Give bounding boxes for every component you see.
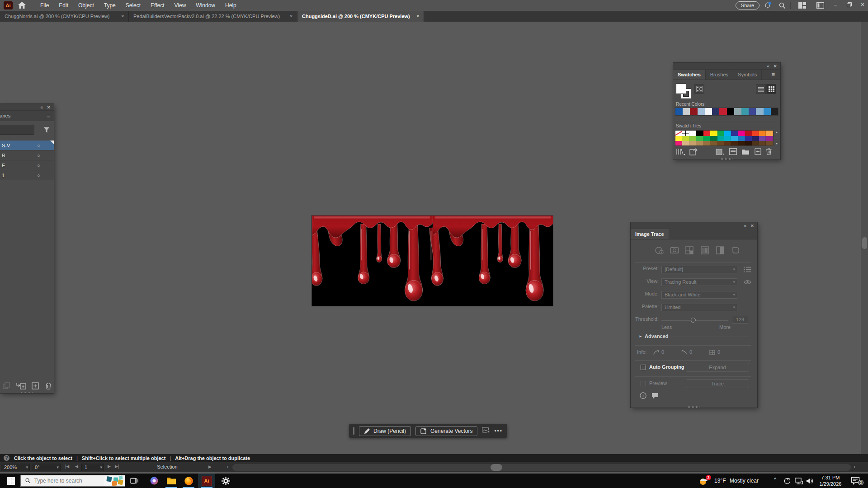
scroll-down-icon[interactable]: ▾ — [774, 141, 779, 145]
auto-color-preset-icon[interactable] — [654, 246, 664, 255]
swatch-tile[interactable] — [724, 141, 731, 146]
last-artboard-icon[interactable]: ▶| — [115, 464, 119, 469]
swatch-tile[interactable] — [766, 136, 773, 141]
taskbar-drag-handle[interactable] — [353, 427, 354, 435]
menu-item[interactable]: Object — [73, 0, 99, 11]
swatch-tile[interactable] — [752, 136, 759, 141]
swatch-tile[interactable] — [696, 136, 703, 141]
next-artboard-icon[interactable]: ▶ — [108, 464, 111, 469]
color-swatch[interactable] — [749, 108, 756, 115]
vertical-scrollbar-thumb[interactable] — [862, 237, 867, 249]
rotation-dropdown[interactable]: 0°▾ — [32, 464, 61, 471]
color-swatch[interactable] — [764, 108, 771, 115]
list-view-button[interactable] — [756, 84, 766, 94]
weather-condition[interactable]: Mostly clear — [730, 478, 759, 484]
swatch-tile[interactable] — [710, 141, 717, 146]
document-tab[interactable]: PedalBuildersVectorPackv2.0.ai @ 22.22 %… — [129, 11, 297, 22]
advanced-row[interactable]: ► Advanced — [631, 333, 757, 341]
swatch-tile[interactable] — [703, 136, 710, 141]
high-color-preset-icon[interactable] — [670, 246, 679, 255]
swatch-tile[interactable] — [703, 141, 710, 146]
trash-icon[interactable] — [45, 382, 52, 389]
copilot-icon[interactable] — [146, 474, 163, 488]
taskbar-clock[interactable]: 7:31 PM 1/29/2026 — [816, 474, 844, 487]
start-button[interactable] — [2, 474, 19, 488]
close-panel-icon[interactable]: ✕ — [774, 63, 777, 69]
document-tab[interactable]: ChuggsideD.ai @ 200 % (CMYK/CPU Preview)… — [297, 11, 424, 22]
add-image-icon[interactable] — [482, 427, 490, 435]
network-icon[interactable] — [793, 474, 805, 488]
swatch-options-icon[interactable] — [729, 148, 737, 155]
artboard[interactable] — [311, 215, 553, 306]
duplicate-icon[interactable] — [3, 382, 11, 389]
menu-item[interactable]: Effect — [146, 0, 169, 11]
minimize-button[interactable]: – — [829, 0, 842, 9]
library-search-input[interactable] — [0, 125, 34, 135]
swatch-tile[interactable] — [717, 131, 724, 136]
panel-tab[interactable]: Swatches — [673, 70, 706, 80]
close-panel-icon[interactable]: ✕ — [750, 223, 754, 229]
file-explorer-icon[interactable] — [163, 474, 180, 488]
share-button[interactable]: Share — [736, 1, 760, 9]
close-panel-icon[interactable]: ✕ — [47, 104, 51, 110]
weather-icon[interactable]: 3 — [696, 474, 712, 488]
swatch-themes-icon[interactable] — [689, 148, 698, 156]
scroll-right-icon[interactable]: › — [854, 464, 855, 470]
preset-dropdown[interactable]: [Default]▾ — [661, 266, 737, 273]
panel-toggle-icon[interactable] — [816, 1, 825, 9]
swatch-tile[interactable] — [696, 141, 703, 146]
color-swatch[interactable] — [705, 108, 712, 115]
status-menu-arrow-icon[interactable]: ▶ — [208, 465, 212, 469]
color-swatch[interactable] — [756, 108, 763, 115]
mode-dropdown[interactable]: Black and White▾ — [661, 291, 737, 299]
close-tab-icon[interactable]: ✕ — [285, 14, 297, 19]
tray-update-icon[interactable] — [781, 474, 793, 488]
panel-menu-icon[interactable]: ≡ — [768, 71, 778, 78]
color-swatch[interactable] — [734, 108, 741, 115]
task-view-button[interactable] — [126, 474, 143, 488]
swatch-tile[interactable] — [738, 141, 745, 146]
show-swatch-kinds-icon[interactable] — [694, 84, 704, 94]
disclosure-triangle-icon[interactable]: ► — [639, 334, 642, 338]
swatch-tile[interactable] — [738, 131, 745, 136]
menu-item[interactable]: File — [35, 0, 54, 11]
generate-vectors-button[interactable]: Generate Vectors — [415, 426, 477, 436]
home-icon[interactable] — [18, 2, 26, 10]
swatch-tile[interactable] — [745, 131, 752, 136]
zoom-level-dropdown[interactable]: 200%▾ — [1, 464, 30, 471]
preset-menu-icon[interactable] — [744, 267, 751, 272]
panel-menu-icon[interactable]: ≡ — [43, 111, 54, 121]
threshold-value-field[interactable]: 128 — [732, 316, 748, 324]
swatch-tile[interactable] — [710, 136, 717, 141]
move-to-library-icon[interactable] — [16, 382, 26, 389]
swatch-tile[interactable] — [731, 131, 738, 136]
collapse-panel-icon[interactable]: « — [767, 63, 769, 69]
trace-button[interactable]: Trace — [686, 379, 749, 388]
close-window-button[interactable]: ✕ — [856, 0, 868, 9]
tiles-scrollbar[interactable]: ▴ ▾ — [774, 130, 779, 146]
firefox-icon[interactable] — [180, 474, 197, 488]
tab-libraries[interactable]: Libraries — [0, 111, 15, 121]
swatch-tile[interactable] — [682, 131, 689, 136]
color-swatch[interactable] — [683, 108, 690, 115]
menu-item[interactable]: Help — [220, 0, 241, 11]
swatch-tile[interactable] — [752, 131, 759, 136]
windows-search-box[interactable] — [20, 475, 125, 487]
swatch-tile[interactable] — [752, 141, 759, 146]
swatch-tile[interactable] — [682, 141, 689, 146]
threshold-slider-thumb[interactable] — [691, 318, 696, 323]
preview-checkbox[interactable] — [641, 381, 646, 386]
swatch-tile[interactable] — [717, 136, 724, 141]
fill-color-indicator[interactable] — [676, 84, 686, 94]
new-group-folder-icon[interactable] — [741, 148, 750, 155]
swatch-tile[interactable] — [766, 131, 773, 136]
black-white-preset-icon[interactable] — [716, 246, 726, 255]
swatch-tile[interactable] — [682, 136, 689, 141]
eye-icon[interactable] — [744, 280, 751, 285]
search-icon[interactable] — [778, 1, 787, 9]
new-color-group-icon[interactable] — [716, 148, 725, 156]
panel-resize-grip[interactable] — [21, 392, 33, 393]
menu-item[interactable]: Edit — [54, 0, 73, 11]
swatch-tile[interactable] — [731, 141, 738, 146]
restore-button[interactable] — [843, 0, 855, 9]
